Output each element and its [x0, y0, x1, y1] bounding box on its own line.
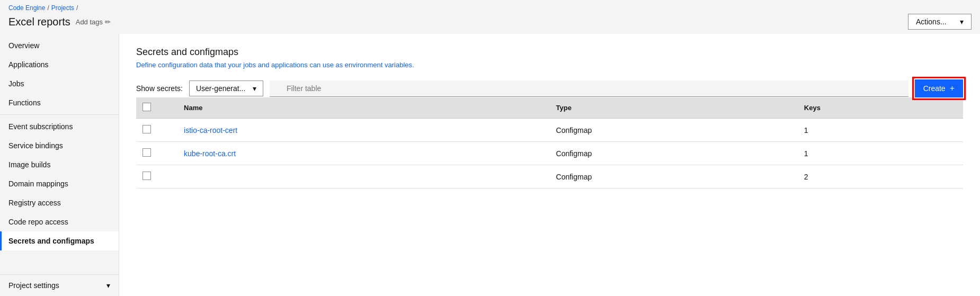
- sidebar-item-service-bindings[interactable]: Service bindings: [0, 136, 119, 155]
- pencil-icon: [105, 18, 111, 26]
- page-header-left: Excel reports Add tags: [8, 16, 111, 28]
- sidebar-item-applications[interactable]: Applications: [0, 55, 119, 74]
- add-tags-button[interactable]: Add tags: [76, 18, 111, 26]
- table-row: istio-ca-root-cert Configmap 1: [136, 119, 963, 142]
- breadcrumb-projects[interactable]: Projects: [51, 4, 74, 12]
- sidebar-item-jobs[interactable]: Jobs: [0, 74, 119, 93]
- secrets-table: Name Type Keys istio-ca-root-cert Config…: [136, 97, 963, 189]
- filter-table-input[interactable]: [270, 80, 908, 97]
- add-tags-label: Add tags: [76, 18, 103, 26]
- sidebar-item-registry-access[interactable]: Registry access: [0, 193, 119, 212]
- row3-checkbox[interactable]: [142, 172, 151, 180]
- table-header-row: Name Type Keys: [136, 97, 963, 119]
- row3-type-cell: Configmap: [550, 165, 798, 189]
- dropdown-value: User-generat...: [196, 84, 245, 93]
- sidebar-item-secrets-and-configmaps[interactable]: Secrets and configmaps: [0, 231, 119, 250]
- sidebar-item-code-repo-access-label: Code repo access: [8, 218, 68, 226]
- breadcrumb-sep1: /: [47, 4, 49, 12]
- sidebar-divider: [0, 114, 119, 115]
- table-header-type: Type: [550, 97, 798, 119]
- sidebar-item-overview-label: Overview: [8, 41, 39, 50]
- row1-keys-cell: 1: [798, 119, 963, 142]
- row2-checkbox[interactable]: [142, 148, 151, 157]
- show-secrets-label: Show secrets:: [136, 84, 183, 93]
- row1-name-cell: istio-ca-root-cert: [177, 119, 549, 142]
- sidebar-item-functions[interactable]: Functions: [0, 93, 119, 112]
- sidebar-item-functions-label: Functions: [8, 98, 41, 107]
- row2-checkbox-cell: [136, 142, 177, 165]
- sidebar-item-secrets-label: Secrets and configmaps: [8, 237, 94, 245]
- breadcrumb-code-engine[interactable]: Code Engine: [8, 4, 45, 12]
- sidebar-item-project-settings[interactable]: Project settings ▾: [0, 275, 119, 296]
- sidebar-item-registry-access-label: Registry access: [8, 199, 61, 207]
- create-button[interactable]: Create: [915, 79, 963, 97]
- sidebar-item-service-bindings-label: Service bindings: [8, 141, 63, 150]
- chevron-down-icon: [253, 84, 256, 93]
- row3-checkbox-cell: [136, 165, 177, 189]
- sidebar-item-event-subscriptions-label: Event subscriptions: [8, 122, 73, 131]
- main-layout: Overview Applications Jobs Functions Eve…: [0, 34, 980, 296]
- plus-icon: [950, 84, 955, 93]
- create-label: Create: [923, 84, 946, 93]
- row2-keys-cell: 1: [798, 142, 963, 165]
- content-title: Secrets and configmaps: [136, 47, 963, 58]
- actions-button[interactable]: Actions...: [908, 14, 972, 30]
- row2-name-cell: kube-root-ca.crt: [177, 142, 549, 165]
- sidebar-item-event-subscriptions[interactable]: Event subscriptions: [0, 117, 119, 136]
- row2-type-cell: Configmap: [550, 142, 798, 165]
- search-wrapper: 🔍: [270, 80, 908, 97]
- content-subtitle: Define configuration data that your jobs…: [136, 61, 963, 69]
- table-header-checkbox: [136, 97, 177, 119]
- sidebar-item-applications-label: Applications: [8, 60, 49, 69]
- project-settings-label: Project settings: [8, 281, 59, 290]
- actions-label: Actions...: [916, 17, 947, 26]
- chevron-down-icon: ▾: [106, 281, 110, 290]
- page-title: Excel reports: [8, 16, 70, 28]
- sidebar: Overview Applications Jobs Functions Eve…: [0, 34, 119, 296]
- row1-checkbox[interactable]: [142, 125, 151, 133]
- sidebar-bottom: Project settings ▾: [0, 274, 119, 296]
- table-header-name: Name: [177, 97, 549, 119]
- select-all-checkbox[interactable]: [142, 103, 151, 111]
- table-row: kube-root-ca.crt Configmap 1: [136, 142, 963, 165]
- sidebar-item-jobs-label: Jobs: [8, 79, 24, 88]
- row1-name-link[interactable]: istio-ca-root-cert: [184, 126, 237, 134]
- sidebar-item-domain-mappings-label: Domain mappings: [8, 180, 68, 188]
- show-secrets-dropdown[interactable]: User-generat...: [189, 80, 263, 96]
- breadcrumb-sep2: /: [76, 4, 78, 12]
- sidebar-item-image-builds-label: Image builds: [8, 160, 50, 169]
- content-area: Secrets and configmaps Define configurat…: [119, 34, 980, 296]
- row3-keys-cell: 2: [798, 165, 963, 189]
- sidebar-item-domain-mappings[interactable]: Domain mappings: [0, 174, 119, 193]
- toolbar: Show secrets: User-generat... 🔍 Create: [136, 79, 963, 97]
- chevron-down-icon: [960, 17, 964, 26]
- sidebar-item-image-builds[interactable]: Image builds: [0, 155, 119, 174]
- row1-type-cell: Configmap: [550, 119, 798, 142]
- top-area: Code Engine / Projects / Excel reports A…: [0, 0, 980, 34]
- row3-name-cell: [177, 165, 549, 189]
- row1-checkbox-cell: [136, 119, 177, 142]
- table-row: Configmap 2: [136, 165, 963, 189]
- table-header-keys: Keys: [798, 97, 963, 119]
- sidebar-item-overview[interactable]: Overview: [0, 36, 119, 55]
- breadcrumb: Code Engine / Projects /: [8, 4, 972, 12]
- row2-name-link[interactable]: kube-root-ca.crt: [184, 149, 236, 158]
- sidebar-item-code-repo-access[interactable]: Code repo access: [0, 212, 119, 231]
- page-header: Excel reports Add tags Actions...: [8, 14, 972, 34]
